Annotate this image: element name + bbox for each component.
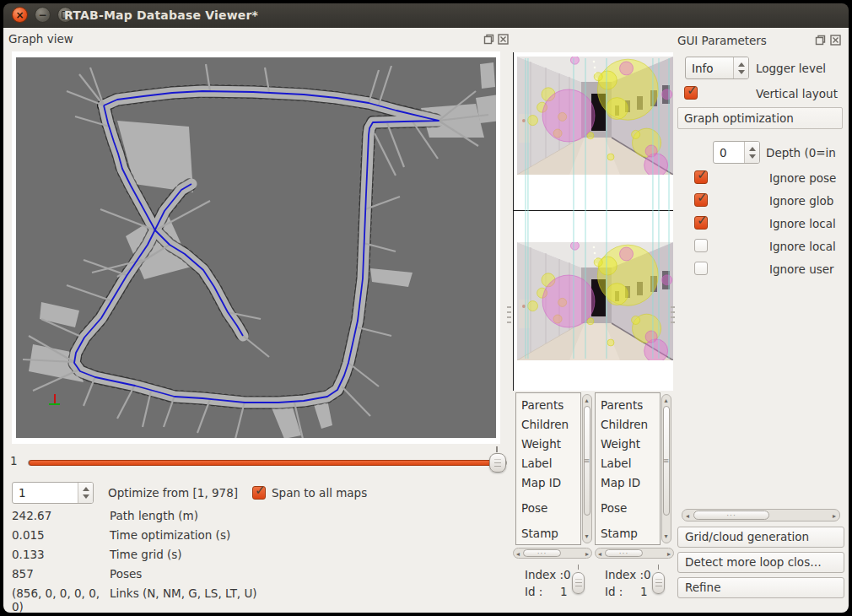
check-icon: ✓ xyxy=(255,483,266,498)
spin-up-icon xyxy=(83,487,89,491)
list-item[interactable]: Weight xyxy=(521,435,580,454)
list-b-horizontal-scrollbar[interactable]: ◂ ··· ▸ xyxy=(595,548,674,559)
vertical-layout-label: Vertical layout xyxy=(756,87,847,100)
id-value-a: 1 xyxy=(560,585,568,598)
combo-arrows xyxy=(733,57,748,78)
scroll-thumb[interactable]: ··· xyxy=(523,549,561,557)
span-to-all-maps-label: Span to all maps xyxy=(272,486,367,500)
id-slider-b[interactable] xyxy=(652,572,665,594)
list-item[interactable]: Weight xyxy=(601,435,660,454)
stat-value: (856, 0, 0, 0, 0, 0) xyxy=(12,586,106,613)
scroll-up-icon: ▴ xyxy=(665,397,668,404)
dock-float-icon[interactable] xyxy=(815,35,826,46)
list-item[interactable]: Label xyxy=(601,454,660,473)
spin-down-icon xyxy=(83,494,89,499)
refine-button[interactable]: Refine xyxy=(677,577,844,598)
stat-label: Poses xyxy=(110,567,142,581)
splitter-handle-left[interactable] xyxy=(507,306,511,325)
node-slider-handle[interactable] xyxy=(489,453,506,473)
ignore-pose-checkbox[interactable]: ✓ xyxy=(694,170,708,184)
ignore-pose-label: Ignore pose xyxy=(769,171,847,185)
stat-value: 857 xyxy=(12,567,106,581)
scroll-down-icon: ▾ xyxy=(665,533,668,540)
scroll-thumb[interactable]: ··· xyxy=(605,549,643,557)
ignore-local-checkbox-2[interactable]: ✓ xyxy=(694,239,708,252)
gui-parameters-dock-title: GUI Parameters xyxy=(677,34,767,47)
params-horizontal-scrollbar[interactable]: ◂ ··· ▸ xyxy=(682,509,840,521)
dock-float-icon[interactable] xyxy=(483,34,494,45)
ignore-user-checkbox[interactable]: ✓ xyxy=(694,262,708,275)
optimize-from-label: Optimize from [1, 978] xyxy=(108,486,238,500)
list-item[interactable]: Stamp xyxy=(521,524,580,543)
spinbox-buttons[interactable] xyxy=(744,142,759,163)
node-info-list-b: Parents Children Weight Label Map ID Pos… xyxy=(595,392,661,545)
scroll-right-icon: ▸ xyxy=(833,513,836,520)
depth-value: 0 xyxy=(720,146,727,159)
grip-icon xyxy=(655,580,662,587)
graph-map-view[interactable] xyxy=(12,51,500,444)
spinbox-buttons[interactable] xyxy=(78,483,93,503)
spin-up-icon xyxy=(749,147,756,151)
list-item[interactable]: Parents xyxy=(601,396,660,415)
stat-label: Links (N, NM, G, LS, LT, U) xyxy=(110,586,257,600)
list-item[interactable]: Children xyxy=(601,415,660,435)
id-label-a: Id : xyxy=(525,585,542,598)
scroll-down-icon: ▾ xyxy=(585,533,589,540)
vertical-layout-checkbox[interactable]: ✓ xyxy=(684,86,698,100)
ignore-local-checkbox-1[interactable]: ✓ xyxy=(694,216,708,230)
optimize-from-value: 1 xyxy=(19,486,26,500)
node-slider-track[interactable] xyxy=(28,460,507,466)
list-item[interactable]: Map ID xyxy=(521,473,580,493)
list-item[interactable]: Parents xyxy=(521,396,580,415)
ignore-user-label: Ignore user xyxy=(769,262,847,276)
list-item[interactable]: Map ID xyxy=(601,473,660,493)
list-item[interactable]: Stamp xyxy=(601,524,660,543)
window-minimize-button[interactable]: − xyxy=(35,7,51,23)
check-icon: ✓ xyxy=(697,190,708,205)
depth-spinbox[interactable]: 0 xyxy=(713,141,760,164)
ignore-local-label-2: Ignore local xyxy=(769,240,847,253)
window-title: RTAB-Map Database Viewer* xyxy=(64,8,258,22)
dock-close-icon[interactable] xyxy=(830,35,841,46)
dock-close-icon[interactable] xyxy=(498,34,509,45)
scroll-thumb[interactable]: ≡ xyxy=(663,406,670,516)
scroll-thumb[interactable]: ≡ xyxy=(584,406,590,516)
list-item[interactable]: Children xyxy=(521,415,580,435)
node-slider-tick xyxy=(496,446,498,452)
scroll-thumb[interactable]: ··· xyxy=(693,511,769,520)
graph-optimization-section-button[interactable]: Graph optimization xyxy=(677,107,843,129)
splitter-handle-right[interactable] xyxy=(671,306,675,325)
combo-down-icon xyxy=(738,70,745,74)
close-icon: × xyxy=(13,8,27,22)
logger-level-combobox[interactable]: Info xyxy=(685,57,749,79)
window-close-button[interactable]: × xyxy=(12,7,28,23)
stat-value: 242.67 xyxy=(12,509,106,522)
id-value-b: 1 xyxy=(640,585,648,598)
index-label-a: Index :0 xyxy=(525,568,571,581)
id-slider-a[interactable] xyxy=(572,572,585,594)
list-item[interactable]: Pose xyxy=(601,499,660,518)
title-bar: × − RTAB-Map Database Viewer* xyxy=(3,3,849,28)
slider-min-label: 1 xyxy=(10,454,18,467)
grip-icon xyxy=(575,580,582,587)
index-label-b: Index :0 xyxy=(605,568,651,581)
scroll-up-icon: ▴ xyxy=(585,397,589,404)
list-item[interactable]: Pose xyxy=(521,499,580,518)
ignore-global-checkbox[interactable]: ✓ xyxy=(694,193,708,207)
span-to-all-maps-checkbox[interactable]: ✓ xyxy=(252,486,266,500)
node-info-list-a: Parents Children Weight Label Map ID Pos… xyxy=(515,392,581,545)
combo-up-icon xyxy=(738,62,745,67)
list-item[interactable]: Label xyxy=(521,454,580,473)
stat-value: 0.015 xyxy=(12,528,106,542)
list-a-vertical-scrollbar[interactable]: ▴ ≡ ▾ xyxy=(582,394,592,543)
optimize-from-spinbox[interactable]: 1 xyxy=(12,482,94,504)
slider-grip-icon xyxy=(494,459,501,467)
camera-image-bottom xyxy=(517,242,673,360)
spin-down-icon xyxy=(749,154,756,159)
logger-level-label: Logger level xyxy=(756,62,847,75)
grid-cloud-generation-button[interactable]: Grid/cloud generation xyxy=(677,527,844,548)
check-icon: ✓ xyxy=(697,167,708,182)
detect-more-loop-closures-button[interactable]: Detect more loop clos… xyxy=(677,552,844,573)
list-b-vertical-scrollbar[interactable]: ▴ ≡ ▾ xyxy=(661,394,671,543)
list-a-horizontal-scrollbar[interactable]: ◂ ··· ▸ xyxy=(513,548,592,559)
